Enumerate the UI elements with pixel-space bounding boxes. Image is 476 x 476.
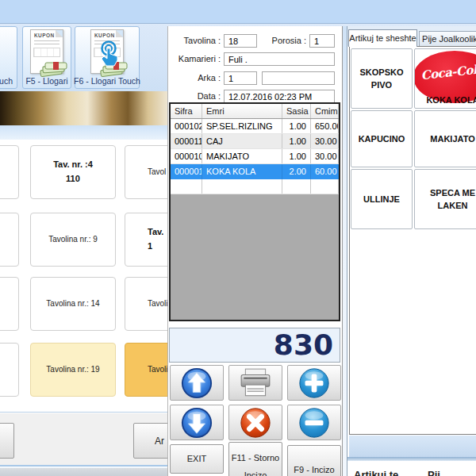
kupon-document-icon: KUPON	[30, 29, 63, 75]
partial-caption-left: Artikuj te	[354, 469, 398, 476]
arka-field[interactable]: 1	[224, 71, 257, 85]
storno-button-label-line2: Incizo	[229, 470, 282, 476]
column-header-cmimi: Cmimi	[311, 104, 339, 118]
arrow-up-icon	[180, 367, 213, 400]
print-button[interactable]	[228, 365, 282, 401]
catalog-panel: Artikuj te sheshte Pije Joalkoolike SKOP…	[347, 26, 476, 476]
move-up-button[interactable]	[170, 365, 224, 401]
porosia-label: Porosia :	[260, 34, 306, 48]
table-button-partial[interactable]	[0, 277, 19, 331]
toolbar-button-f6-llogari-touch[interactable]: KUPON F6 - Llogari Touch	[75, 26, 140, 89]
exit-button[interactable]: EXIT	[170, 444, 224, 474]
toolbar-button-label: Touch	[0, 76, 15, 86]
decrease-quantity-button[interactable]	[287, 405, 341, 440]
bottom-bar-button-partial[interactable]	[0, 423, 14, 459]
column-header-emri: Emri	[202, 104, 282, 118]
table-row-selected[interactable]: 000001 KOKA KOLA 2.00 60.00	[171, 164, 339, 179]
printer-icon	[239, 368, 272, 398]
catalog-footer-strip	[349, 436, 476, 457]
bottom-toolbar: Ar	[0, 413, 167, 466]
table-button-14[interactable]: Tavolina nr.: 14	[30, 277, 116, 331]
table-button-4[interactable]: Tav. nr. :4 110	[30, 145, 116, 199]
table-button-9[interactable]: Tavolina nr.: 9	[30, 213, 116, 267]
data-label: Data :	[171, 90, 221, 103]
total-display: 830	[169, 328, 340, 363]
arrow-down-icon	[180, 406, 213, 440]
arka-label: Arka :	[171, 71, 221, 85]
toolbar-button-f5-llogari[interactable]: KUPON F5 - Llogari	[22, 26, 71, 89]
table-header-row: Sifra Emri Sasia Cmimi	[171, 104, 339, 119]
incizo-button[interactable]: F9 - Incizo	[287, 445, 341, 476]
window-bottom-edge	[0, 465, 167, 476]
tavolina-field[interactable]: 18	[224, 34, 257, 48]
kamarieri-label: Kamarieri :	[171, 52, 221, 66]
tavolina-label: Tavolina :	[171, 34, 221, 48]
minus-icon	[298, 406, 331, 440]
storno-button[interactable]: F11 - Storno Incizo	[228, 442, 282, 476]
data-field[interactable]: 12.07.2016 02:23 PM	[224, 90, 335, 103]
table-row[interactable]: 000010 MAKIJATO 1.00 30.00	[171, 149, 339, 164]
order-items-table: Sifra Emri Sasia Cmimi 000102 SP.SEL.RIZ…	[169, 102, 340, 321]
toolbar-button-touch-partial[interactable]: Touch	[0, 26, 17, 89]
item-button-label: KOKA KOLA	[415, 94, 476, 107]
table-button-partial[interactable]	[0, 213, 19, 267]
window-top-strip	[0, 0, 476, 24]
cancel-button[interactable]	[228, 405, 282, 440]
move-down-button[interactable]	[170, 405, 224, 440]
table-row[interactable]: 000102 SP.SEL.RIZLING 1.00 650.00	[171, 119, 339, 134]
touch-icon	[97, 40, 121, 69]
table-button-partial[interactable]	[0, 145, 19, 199]
storno-button-label: F11 - Storno	[232, 453, 279, 463]
catalog-panel-bottom-edge	[347, 457, 476, 461]
item-button-skopsko-pivo[interactable]: SKOPSKO PIVO	[351, 48, 413, 109]
increase-quantity-button[interactable]	[287, 365, 341, 401]
column-header-sifra: Sifra	[171, 104, 202, 118]
money-icon	[40, 60, 68, 78]
catalog-grid: SKOPSKO PIVO Coca-Cola KOKA KOLA KAPUCIN…	[349, 46, 476, 435]
decorative-blue-band	[0, 125, 168, 140]
column-header-sasia: Sasia	[282, 104, 311, 118]
cancel-icon	[239, 406, 272, 440]
kamarieri-field[interactable]: Fuli .	[224, 52, 335, 66]
tab-artikuj-te-sheshte[interactable]: Artikuj te sheshte	[348, 29, 417, 47]
arka-secondary-field[interactable]	[262, 71, 335, 85]
decorative-photo-band	[0, 91, 168, 125]
item-button-kapucino[interactable]: KAPUCINO	[351, 110, 413, 167]
item-button-koka-kola[interactable]: Coca-Cola KOKA KOLA	[414, 48, 476, 109]
table-button-partial[interactable]	[0, 343, 19, 397]
table-row[interactable]: 000011 CAJ 1.00 30.00	[171, 134, 339, 149]
item-button-makijato[interactable]: MAKIJATO	[414, 110, 476, 167]
porosia-field[interactable]: 1	[309, 34, 335, 48]
plus-icon	[298, 367, 331, 400]
item-button-ullinje[interactable]: ULLINJE	[351, 169, 413, 229]
item-button-speca-me-laken[interactable]: SPECA ME LAKEN	[414, 169, 476, 229]
partial-caption-right: Pij	[428, 469, 440, 476]
tab-pije-joalkoolike[interactable]: Pije Joalkoolike	[419, 31, 476, 46]
table-row-empty	[171, 179, 339, 194]
order-dialog: Tavolina : 18 Porosia : 1 Kamarieri : Fu…	[167, 26, 343, 476]
kupon-document-icon: KUPON	[90, 29, 124, 75]
table-button-19[interactable]: Tavolina nr.: 19	[30, 343, 116, 397]
